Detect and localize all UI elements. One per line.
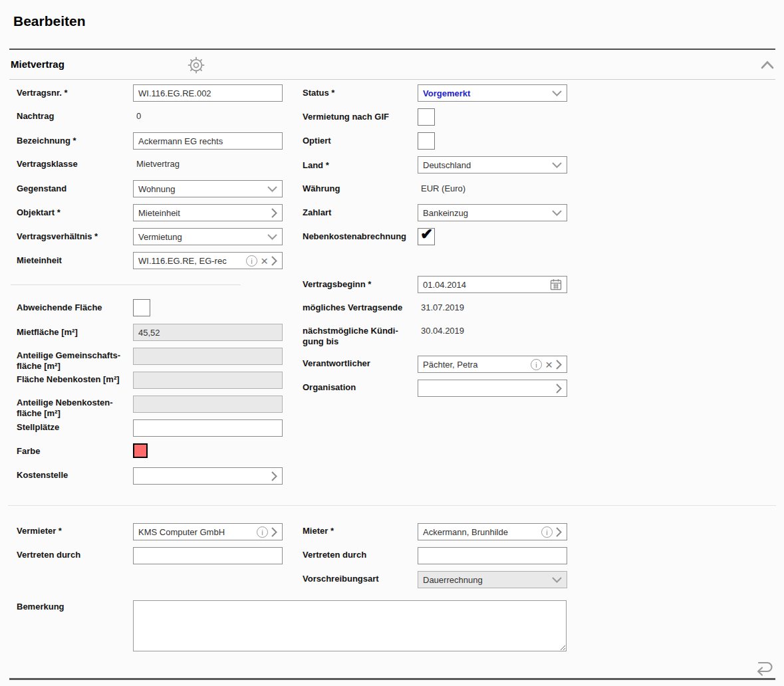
bezeichnung-label: Bezeichnung * <box>17 136 131 146</box>
vermietung-nach-gif-label: Vermietung nach GIF <box>303 112 417 122</box>
nebenkostenabrechnung-label: Nebenkostenabrechnung <box>303 231 417 242</box>
zahlart-label: Zahlart <box>303 207 417 218</box>
nebenkostenabrechnung-checkbox[interactable]: ✔ <box>418 228 435 245</box>
nebenkostenflaeche-label: Anteilige Nebenkosten-fläche [m²] <box>17 398 131 419</box>
chevron-down-icon <box>552 90 562 96</box>
vermieter-vertreten-input[interactable] <box>133 547 283 564</box>
chevron-down-icon <box>552 162 562 168</box>
flaeche-nebenkosten-input <box>133 372 283 389</box>
mieter-picker[interactable]: Ackermann, Brunhilde i <box>418 523 567 540</box>
verantwortlicher-picker[interactable]: Pächter, Petra i × <box>418 356 567 373</box>
chevron-down-icon <box>267 234 277 240</box>
zahlart-value: Bankeinzug <box>423 208 549 218</box>
mieter-vertreten-input[interactable] <box>418 547 567 564</box>
mieter-value: Ackermann, Brunhilde <box>423 527 538 537</box>
mietflaeche-label: Mietfläche [m²] <box>17 327 131 338</box>
nachtrag-label: Nachtrag <box>17 111 131 122</box>
vertragsverhaeltnis-value: Vermietung <box>138 232 264 242</box>
stellplaetze-input[interactable] <box>133 419 283 437</box>
organisation-label: Organisation <box>303 382 417 393</box>
gear-icon[interactable] <box>187 56 205 77</box>
undo-icon[interactable] <box>753 658 775 679</box>
kuendigung-value: 30.04.2019 <box>421 326 464 336</box>
nachtrag-value: 0 <box>136 111 141 121</box>
mieteinheit-value: WI.116.EG.RE, EG-rec <box>138 256 243 266</box>
abweichende-flaeche-label: Abweichende Fläche <box>17 302 131 313</box>
info-icon[interactable]: i <box>257 526 268 538</box>
vertragsklasse-value: Mietvertrag <box>136 159 180 169</box>
vermieter-value: KMS Computer GmbH <box>138 527 253 537</box>
land-select[interactable]: Deutschland <box>418 156 567 173</box>
vertragsnr-label: Vertragsnr. * <box>17 88 131 98</box>
clear-icon[interactable]: × <box>261 255 268 267</box>
gemeinschaftsflaeche-input <box>133 348 283 365</box>
vertragsverhaeltnis-select[interactable]: Vermietung <box>133 228 283 245</box>
vertragsbeginn-input[interactable]: 01.04.2014 <box>418 276 567 293</box>
kostenstelle-picker[interactable] <box>133 467 283 485</box>
mieteinheit-label: Mieteinheit <box>17 255 131 266</box>
page-title: Bearbeiten <box>13 13 86 29</box>
mieter-label: Mieter * <box>303 526 417 536</box>
vertragsverhaeltnis-label: Vertragsverhältnis * <box>17 231 131 242</box>
check-icon: ✔ <box>420 225 433 243</box>
vermietung-nach-gif-checkbox[interactable] <box>418 108 435 126</box>
gegenstand-value: Wohnung <box>138 184 264 194</box>
waehrung-label: Währung <box>303 183 417 194</box>
vertragsende-value: 31.07.2019 <box>421 302 464 312</box>
optiert-checkbox[interactable] <box>418 132 435 150</box>
kostenstelle-label: Kostenstelle <box>17 470 131 481</box>
bemerkung-textarea[interactable] <box>133 600 567 651</box>
mietflaeche-input <box>133 324 283 341</box>
objektart-value: Mieteinheit <box>138 208 268 218</box>
chevron-right-icon[interactable] <box>271 527 277 537</box>
nebenkostenflaeche-input <box>133 396 283 413</box>
gegenstand-select[interactable]: Wohnung <box>133 180 283 197</box>
land-label: Land * <box>303 160 417 171</box>
abweichende-flaeche-checkbox[interactable] <box>133 299 150 316</box>
status-label: Status * <box>303 88 417 98</box>
section-title: Mietvertrag <box>11 58 65 70</box>
vorschreibungsart-select[interactable]: Dauerrechnung <box>418 571 567 588</box>
chevron-down-icon <box>267 186 277 192</box>
info-icon[interactable]: i <box>541 526 553 538</box>
farbe-label: Farbe <box>17 446 131 457</box>
mieteinheit-picker[interactable]: WI.116.EG.RE, EG-rec i × <box>133 252 283 269</box>
vermieter-label: Vermieter * <box>17 526 131 536</box>
divider <box>11 285 241 285</box>
vertragsbeginn-label: Vertragsbeginn * <box>303 279 417 290</box>
vertragsnr-input[interactable] <box>133 84 283 102</box>
chevron-right-icon[interactable] <box>271 256 277 266</box>
chevron-up-icon[interactable] <box>761 60 774 72</box>
zahlart-select[interactable]: Bankeinzug <box>418 204 567 221</box>
chevron-right-icon[interactable] <box>271 208 277 218</box>
waehrung-value: EUR (Euro) <box>421 183 465 193</box>
vorschreibungsart-value: Dauerrechnung <box>423 575 549 585</box>
vertragsende-label: mögliches Vertragsende <box>303 302 417 313</box>
gemeinschaftsflaeche-label: Anteilige Gemeinschafts-fläche [m²] <box>17 350 131 372</box>
chevron-down-icon <box>552 210 562 216</box>
mietvertrag-edit-page: Bearbeiten Mietvertrag Vertragsnr. * Nac… <box>0 0 784 686</box>
chevron-right-icon[interactable] <box>271 471 277 481</box>
objektart-picker[interactable]: Mieteinheit <box>133 204 283 221</box>
info-icon[interactable]: i <box>246 255 257 267</box>
vermieter-vertreten-label: Vertreten durch <box>17 550 131 560</box>
status-value: Vorgemerkt <box>423 88 549 98</box>
bezeichnung-input[interactable] <box>133 132 283 150</box>
chevron-right-icon[interactable] <box>556 384 562 394</box>
info-icon[interactable]: i <box>531 359 542 370</box>
vorschreibungsart-label: Vorschreibungsart <box>303 574 417 584</box>
optiert-label: Optiert <box>303 136 417 146</box>
clear-icon[interactable]: × <box>545 359 553 370</box>
vermieter-picker[interactable]: KMS Computer GmbH i <box>133 523 283 540</box>
chevron-right-icon[interactable] <box>556 360 562 370</box>
calendar-icon[interactable] <box>550 279 562 290</box>
mieter-vertreten-label: Vertreten durch <box>303 550 417 560</box>
chevron-right-icon[interactable] <box>556 527 562 537</box>
organisation-picker[interactable] <box>418 380 567 397</box>
status-select[interactable]: Vorgemerkt <box>418 84 567 102</box>
farbe-swatch[interactable] <box>133 443 148 458</box>
divider <box>9 79 775 80</box>
stellplaetze-label: Stellplätze <box>17 422 131 433</box>
bemerkung-label: Bemerkung <box>17 602 131 612</box>
land-value: Deutschland <box>423 160 549 170</box>
